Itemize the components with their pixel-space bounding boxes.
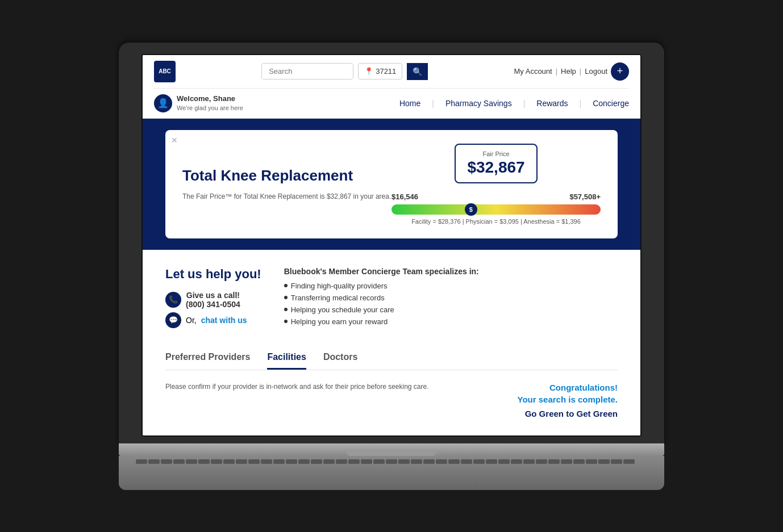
price-bar-labels: $16,546 $57,508+ [392, 192, 601, 201]
search-area: 📍 37211 🔍 [261, 63, 428, 80]
tab-note: Please confirm if your provider is in-ne… [165, 382, 429, 418]
fair-price-label: Fair Price [467, 150, 524, 157]
tab-facilities[interactable]: Facilities [267, 346, 306, 370]
header-links: My Account | Help | Logout + [514, 62, 630, 81]
call-label: Give us a call! [186, 291, 240, 300]
fair-price-box: Fair Price $32,867 [455, 144, 537, 183]
price-high: $57,508+ [569, 192, 601, 201]
help-title: Let us help you! [165, 267, 261, 282]
procedure-title: Total Knee Replacement [182, 167, 392, 185]
search-box [261, 63, 353, 79]
sep1: | [556, 67, 557, 76]
nav-home[interactable]: Home [399, 99, 420, 108]
concierge-box: Bluebook's Member Concierge Team special… [284, 267, 618, 329]
welcome-area: 👤 Welcome, Shane We're glad you are here [154, 94, 243, 112]
hero-right: Fair Price $32,867 $16,546 $57,508+ $ [392, 144, 601, 225]
bullet-icon [284, 284, 288, 287]
go-green-text: Go Green to Get Green [518, 409, 618, 418]
logo-area: ABC [154, 61, 176, 82]
chat-link[interactable]: chat with us [201, 316, 247, 325]
header-top: ABC 📍 37211 🔍 My Acc [154, 55, 629, 89]
hero-left: Total Knee Replacement The Fair Price™ f… [182, 167, 392, 202]
main-nav: Home | Pharmacy Savings | Rewards | Conc… [399, 99, 629, 108]
bullet-icon [284, 296, 288, 299]
list-item: Finding high-quality providers [284, 282, 618, 290]
help-link[interactable]: Help [561, 67, 576, 76]
tabs: Preferred Providers Facilities Doctors [165, 346, 618, 370]
list-item: Transferring medical records [284, 294, 618, 302]
concierge-title: Bluebook's Member Concierge Team special… [284, 267, 618, 276]
phone-icon: 📞 [165, 292, 181, 308]
help-concierge: Let us help you! 📞 Give us a call! (800)… [165, 267, 618, 329]
hero-section: ✕ Total Knee Replacement The Fair Price™… [143, 119, 640, 250]
nav-rewards[interactable]: Rewards [536, 99, 568, 108]
concierge-list: Finding high-quality providers Transferr… [284, 282, 618, 326]
list-item: Helping you schedule your care [284, 305, 618, 314]
search-button[interactable]: 🔍 [407, 63, 428, 80]
nav-pharmacy-savings[interactable]: Pharmacy Savings [445, 99, 512, 108]
price-bar-container: $16,546 $57,508+ $ Facility = $28,376 | … [392, 192, 601, 225]
logo-icon: ABC [154, 61, 176, 82]
congrats-box: Congratulations! Your search is complete… [518, 382, 618, 418]
welcome-sub: We're glad you are here [177, 104, 243, 112]
avatar: 👤 [154, 94, 172, 112]
welcome-text: Welcome, Shane We're glad you are here [177, 94, 243, 112]
laptop-base [119, 443, 664, 456]
phone-number: (800) 341-0504 [186, 300, 240, 309]
app-header: ABC 📍 37211 🔍 My Acc [143, 55, 640, 119]
congrats-title: Congratulations! Your search is complete… [518, 382, 618, 405]
price-breakdown: Facility = $28,376 | Physician = $3,095 … [392, 218, 601, 225]
location-pin-icon: 📍 [364, 67, 373, 76]
hero-description: The Fair Price™ for Total Knee Replaceme… [182, 191, 392, 202]
laptop-keyboard [119, 456, 664, 490]
add-button[interactable]: + [611, 62, 629, 81]
phone-row: 📞 Give us a call! (800) 341-0504 [165, 291, 261, 309]
location-value[interactable]: 37211 [376, 67, 396, 76]
chat-icon: 💬 [165, 312, 181, 328]
header-nav: 👤 Welcome, Shane We're glad you are here… [154, 89, 629, 118]
chat-row: 💬 Or, chat with us [165, 312, 261, 328]
content-section: Let us help you! 📞 Give us a call! (800)… [143, 250, 640, 435]
help-box: Let us help you! 📞 Give us a call! (800)… [165, 267, 261, 329]
price-low: $16,546 [392, 192, 418, 201]
bullet-icon [284, 308, 288, 311]
list-item: Helping you earn your reward [284, 317, 618, 326]
hero-card: ✕ Total Knee Replacement The Fair Price™… [165, 130, 618, 238]
location-box: 📍 37211 [358, 63, 402, 79]
sep2: | [580, 67, 581, 76]
tab-content-area: Please confirm if your provider is in-ne… [165, 382, 618, 418]
welcome-name: Welcome, Shane [177, 94, 243, 104]
my-account-link[interactable]: My Account [514, 67, 552, 76]
nav-concierge[interactable]: Concierge [593, 99, 629, 108]
bullet-icon [284, 320, 288, 323]
hero-close-button[interactable]: ✕ [171, 136, 178, 145]
search-input[interactable] [262, 64, 353, 79]
logout-link[interactable]: Logout [585, 67, 607, 76]
price-marker: $ [465, 203, 477, 216]
fair-price-value: $32,867 [467, 158, 524, 177]
tabs-section: Preferred Providers Facilities Doctors [165, 346, 618, 370]
chat-prefix: Or, [186, 316, 197, 325]
tab-preferred-providers[interactable]: Preferred Providers [165, 346, 250, 370]
tab-doctors[interactable]: Doctors [323, 346, 357, 370]
price-bar: $ [392, 204, 601, 215]
